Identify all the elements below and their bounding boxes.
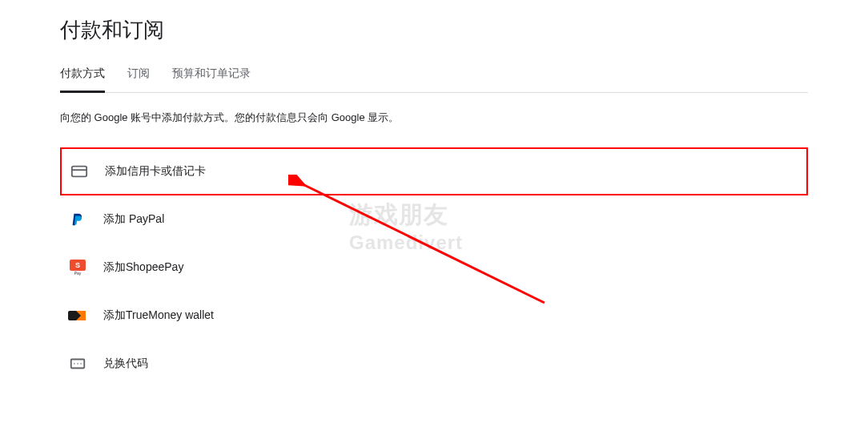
option-add-credit-card[interactable]: 添加信用卡或借记卡 — [60, 147, 808, 195]
redeem-code-icon — [68, 354, 87, 373]
tab-budget-history[interactable]: 预算和订单记录 — [172, 66, 251, 92]
svg-rect-0 — [72, 167, 86, 177]
tab-payment-methods[interactable]: 付款方式 — [60, 66, 105, 92]
page-title: 付款和订阅 — [60, 16, 808, 44]
option-add-truemoney[interactable]: 添加TrueMoney wallet — [60, 292, 808, 340]
option-redeem-code[interactable]: 兑换代码 — [60, 340, 808, 388]
option-add-shopeepay[interactable]: S Pay 添加ShopeePay — [60, 244, 808, 292]
tab-subscriptions[interactable]: 订阅 — [127, 66, 150, 92]
credit-card-icon — [70, 162, 89, 181]
option-label: 添加信用卡或借记卡 — [105, 164, 206, 179]
option-label: 添加ShopeePay — [103, 260, 183, 275]
svg-point-7 — [74, 363, 74, 364]
paypal-icon — [68, 210, 87, 229]
option-label: 兑换代码 — [103, 356, 148, 371]
svg-point-8 — [77, 363, 78, 364]
option-label: 添加 PayPal — [103, 212, 164, 227]
tabs: 付款方式 订阅 预算和订单记录 — [60, 66, 808, 93]
payment-description: 向您的 Google 账号中添加付款方式。您的付款信息只会向 Google 显示… — [60, 111, 808, 125]
shopeepay-icon: S Pay — [68, 258, 87, 277]
option-add-paypal[interactable]: 添加 PayPal — [60, 195, 808, 244]
svg-text:Pay: Pay — [74, 271, 82, 276]
svg-point-9 — [80, 363, 81, 364]
option-label: 添加TrueMoney wallet — [103, 308, 214, 323]
truemoney-icon — [68, 306, 87, 325]
svg-text:S: S — [75, 261, 80, 269]
